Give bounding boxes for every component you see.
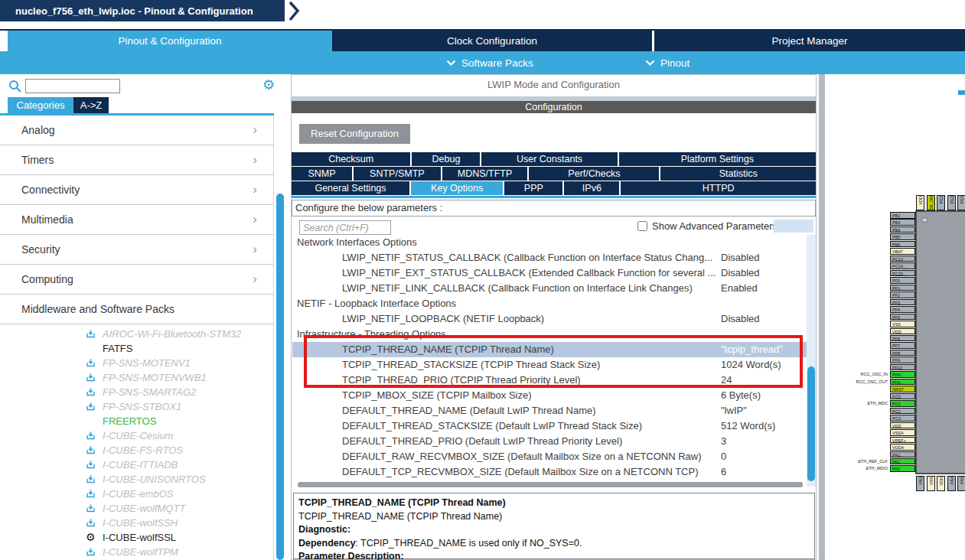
show-advanced-checkbox[interactable] (637, 221, 647, 231)
tab-project-manager[interactable]: Project Manager (652, 31, 965, 51)
parameter-row-default-tcp-recvmbox-size[interactable]: DEFAULT_TCP_RECVMBOX_SIZE (Default Mailb… (292, 464, 807, 480)
pin-nrst[interactable]: NRST (890, 386, 915, 392)
pin-vdd[interactable]: VDD (890, 328, 915, 335)
pin-ph0[interactable]: PH0... (890, 371, 915, 378)
pin-vref[interactable]: VREF+ (890, 437, 915, 444)
pin-pf3[interactable]: PF3 (890, 299, 915, 306)
parameter-row-tcpip-thread-name[interactable]: TCPIP_THREAD_NAME (TCPIP Thread Name)"tc… (292, 342, 807, 357)
pack-item-i-cube-unisonrtos[interactable]: I-CUBE-UNISONRTOS (0, 472, 274, 487)
pin-pc0[interactable]: PC0 (890, 393, 915, 400)
sidebar-item-connectivity[interactable]: Connectivity› (0, 175, 274, 205)
pin-ph1[interactable]: PH1... (890, 379, 915, 386)
pack-item-i-cube-wolfmqtt[interactable]: I-CUBE-wolfMQTT (0, 501, 274, 516)
pack-item-fatfs[interactable]: FATFS (0, 341, 274, 356)
pin-pf9[interactable]: PF9 (890, 357, 915, 363)
pin-pa5[interactable]: PA5 (957, 476, 965, 491)
config-tab-ipv6[interactable]: IPv6 (564, 181, 619, 195)
pin-pf7[interactable]: PF7 (890, 342, 915, 349)
pack-item-fp-sns-stbox1[interactable]: FP-SNS-STBOX1 (0, 399, 274, 414)
parameter-search-input[interactable] (299, 220, 391, 235)
pin-pc2[interactable]: PC2 (890, 408, 915, 415)
sidebar-search-input[interactable] (25, 79, 120, 93)
sidebar-item-analog[interactable]: Analog› (0, 116, 274, 145)
pack-item-i-cube-cesium[interactable]: I-CUBE-Cesium (0, 428, 274, 443)
config-tab-sntp-smtp[interactable]: SNTP/SMTP (354, 167, 441, 181)
pack-item-i-cube-wolfssl[interactable]: ⚙I-CUBE-wolfSSL (0, 530, 274, 545)
pin-vss[interactable]: VSS (890, 321, 915, 327)
pin-pa1[interactable]: PA1 (890, 458, 915, 465)
pin-pc3[interactable]: PC3 (890, 415, 915, 422)
parameter-row-default-raw-recvmbox-size[interactable]: DEFAULT_RAW_RECVMBOX_SIZE (Default Mailb… (292, 449, 807, 464)
reset-configuration-button[interactable]: Reset Configuration (299, 124, 410, 144)
config-tab-user-constants[interactable]: User Constants (481, 152, 617, 166)
pinout-dropdown[interactable]: Pinout (645, 51, 690, 74)
config-tab-debug[interactable]: Debug (412, 152, 480, 166)
pin-pf2[interactable]: PF2 (890, 291, 915, 298)
parameter-row-default-thread-name[interactable]: DEFAULT_THREAD_NAME (Default LwIP Thread… (292, 403, 807, 418)
config-tab-snmp[interactable]: SNMP (292, 167, 352, 181)
pin-pe3[interactable]: PE3 (947, 195, 956, 210)
parameter-row-default-thread-stacksize[interactable]: DEFAULT_THREAD_STACKSIZE (Default LwIP T… (292, 418, 807, 434)
pin-vss[interactable]: VSS (927, 476, 935, 491)
pin-pa2[interactable]: PA2 (890, 465, 915, 472)
pin-pc14[interactable]: PC14... (890, 262, 915, 269)
parameter-scrollbar-thumb[interactable] (807, 366, 815, 481)
config-tab-statistics[interactable]: Statistics (660, 167, 816, 181)
pin-pf1[interactable]: PF1 (890, 285, 915, 291)
config-tab-ppp[interactable]: PPP (504, 181, 562, 195)
pin-pf10[interactable]: PF10 (890, 364, 915, 371)
parameter-row-tcpip-mbox-size[interactable]: TCPIP_MBOX_SIZE (TCPIP Mailbox Size)6 By… (292, 388, 807, 403)
pin-vdda[interactable]: VDDA (890, 444, 915, 451)
panel-splitter[interactable] (819, 74, 825, 560)
software-packs-dropdown[interactable]: Software Packs (446, 51, 533, 74)
pin-pa4[interactable]: PA4 (947, 476, 956, 491)
config-tab-general-settings[interactable]: General Settings (292, 181, 409, 195)
sidebar-item-multimedia[interactable]: Multimedia› (0, 205, 274, 235)
sidebar-tab-categories[interactable]: Categories (8, 97, 73, 113)
pin-pb4[interactable]: PB4 (890, 226, 915, 233)
pin-vssa[interactable]: VSSA (890, 429, 915, 436)
pin-pe2[interactable]: PE2 (937, 195, 945, 210)
pinout-scrollbar-fragment[interactable] (958, 90, 965, 95)
pin-pe4[interactable]: PE4 (957, 195, 965, 210)
pack-item-i-cube-fs-rtos[interactable]: I-CUBE-FS-RTOS (0, 443, 274, 457)
pack-item-fp-sns-smartag2[interactable]: FP-SNS-SMARTAG2 (0, 385, 274, 399)
pin-vdd[interactable]: VDD (890, 422, 915, 429)
pack-item-i-cube-wolftpm[interactable]: I-CUBE-wolfTPM (0, 545, 274, 559)
pack-item-i-cube-embos[interactable]: I-CUBE-embOS (0, 487, 274, 501)
parameter-row-lwip-netif-loopback[interactable]: LWIP_NETIF_LOOPBACK (NETIF Loopback)Disa… (292, 311, 807, 327)
gear-icon[interactable]: ⚙ (262, 77, 275, 93)
pin-pb3[interactable]: PB3 (890, 219, 915, 226)
pin-pf6[interactable]: PF6 (890, 335, 915, 342)
pack-item-i-cube-ittiadb[interactable]: I-CUBE-ITTIADB (0, 457, 274, 472)
pin-pf4[interactable]: PF4 (890, 306, 915, 313)
pin-pa3[interactable]: PA3 (916, 476, 924, 491)
pin-pf5[interactable]: PF5 (890, 314, 915, 321)
sidebar-item-middleware-and-software-packs[interactable]: Middleware and Software Packs (0, 295, 274, 324)
pack-item-fp-sns-motenv1[interactable]: FP-SNS-MOTENV1 (0, 356, 274, 370)
parameter-row-lwip-netif-status-callback[interactable]: LWIP_NETIF_STATUS_CALLBACK (Callback Fun… (292, 250, 807, 265)
parameter-row-lwip-netif-ext-status-callback[interactable]: LWIP_NETIF_EXT_STATUS_CALLBACK (Extended… (292, 265, 807, 281)
parameter-hscrollbar-thumb[interactable] (298, 482, 803, 487)
pin-vdd[interactable]: VDD (937, 476, 945, 491)
pin-pc1[interactable]: PC1 (890, 400, 915, 407)
config-tab-key-options[interactable]: Key Options (411, 181, 503, 195)
pin-pc13[interactable]: PC13 (890, 256, 915, 262)
pin-vbat[interactable]: VBAT (890, 248, 915, 255)
config-tab-perf-checks[interactable]: Perf/Checks (529, 167, 659, 181)
pack-item-i-cube-wolfssh[interactable]: I-CUBE-wolfSSH (0, 516, 274, 530)
sidebar-item-timers[interactable]: Timers› (0, 145, 274, 175)
sidebar-scrollbar-thumb[interactable] (276, 194, 284, 560)
pin-pb5[interactable]: PB5 (890, 233, 915, 240)
parameter-row-lwip-netif-link-callback[interactable]: LWIP_NETIF_LINK_CALLBACK (Callback Funct… (292, 281, 807, 296)
sidebar-item-computing[interactable]: Computing› (0, 265, 274, 295)
pin-pdr-on[interactable]: PDR_ON (927, 195, 935, 210)
parameter-row-tcpip-thread-stacksize[interactable]: TCPIP_THREAD_STACKSIZE (TCPIP Thread Sta… (292, 357, 807, 373)
pin-pb6[interactable]: PB6 (890, 241, 915, 248)
tab-clock-configuration[interactable]: Clock Configuration (332, 31, 652, 51)
config-tab-checksum[interactable]: Checksum (292, 152, 410, 166)
pin-vdd[interactable]: VDD (916, 195, 924, 210)
parameter-row-default-thread-prio[interactable]: DEFAULT_THREAD_PRIO (Default LwIP Thread… (292, 434, 807, 449)
pin-pb2[interactable]: PB2 (890, 212, 915, 219)
config-tab-mdns-tftp[interactable]: MDNS/TFTP (442, 167, 528, 181)
